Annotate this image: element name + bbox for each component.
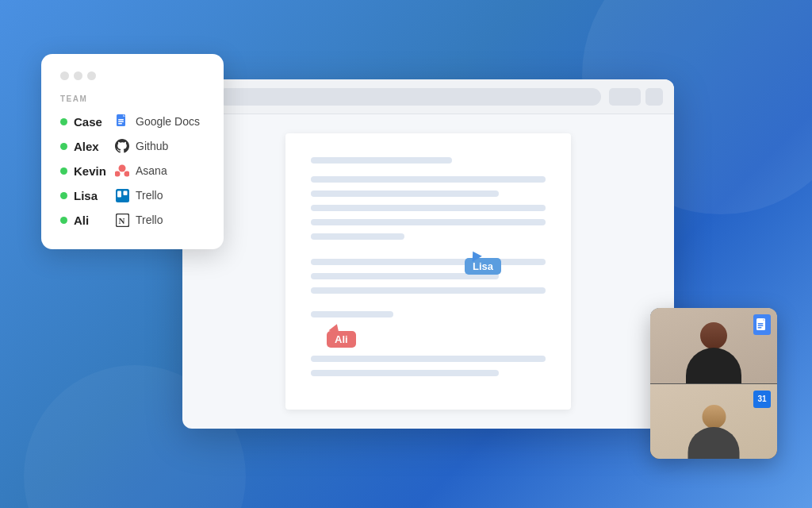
- doc-line: [311, 233, 404, 240]
- cursor-label-ali: Ali: [327, 331, 356, 348]
- doc-line: [311, 259, 546, 265]
- svg-point-7: [124, 171, 130, 177]
- doc-line: [311, 311, 393, 318]
- svg-rect-2: [118, 119, 124, 121]
- member-name: Alex: [74, 140, 109, 153]
- svg-rect-9: [117, 190, 121, 197]
- app-name: Trello: [136, 214, 163, 226]
- dot-yellow: [74, 71, 82, 80]
- doc-area: Lisa Ali: [182, 114, 674, 429]
- doc-page: Lisa Ali: [285, 133, 571, 410]
- team-panel: TEAM Case Google Docs Alex: [41, 54, 224, 249]
- browser-bar: [182, 79, 674, 114]
- status-dot: [60, 167, 67, 175]
- doc-line: [311, 370, 499, 376]
- browser-btn-group: [609, 88, 663, 106]
- dot-red: [60, 71, 69, 80]
- status-dot: [60, 143, 67, 150]
- svg-point-5: [119, 165, 126, 172]
- list-item: Ali N Trello: [60, 213, 205, 227]
- member-name: Lisa: [74, 189, 109, 202]
- window-controls: [60, 71, 205, 80]
- doc-line: [311, 205, 546, 211]
- app-name: Github: [136, 140, 168, 152]
- svg-rect-19: [758, 325, 764, 326]
- svg-rect-3: [118, 121, 124, 123]
- browser-url-bar[interactable]: [217, 88, 601, 106]
- member-name: Kevin: [74, 164, 109, 178]
- svg-point-6: [115, 171, 121, 177]
- github-icon: [115, 139, 129, 153]
- video-badge-calendar: 31: [753, 391, 771, 408]
- member-name: Ali: [74, 214, 109, 227]
- doc-line: [311, 219, 546, 225]
- svg-rect-20: [758, 327, 762, 329]
- svg-rect-4: [118, 123, 122, 125]
- cursor-ali: Ali: [327, 324, 356, 348]
- doc-line: [311, 190, 499, 197]
- list-item: Alex Github: [60, 139, 205, 153]
- list-item: Lisa Trello: [60, 188, 205, 202]
- doc-line: [311, 287, 546, 294]
- video-bottom: 31: [650, 384, 777, 460]
- team-label: TEAM: [60, 94, 205, 103]
- team-list: Case Google Docs Alex Github: [60, 114, 205, 227]
- status-dot: [60, 192, 67, 199]
- app-name: Google Docs: [136, 115, 200, 128]
- trello-icon: [115, 188, 129, 202]
- list-item: Case Google Docs: [60, 114, 205, 129]
- gdocs-icon: [115, 114, 129, 129]
- doc-line: [311, 176, 546, 183]
- doc-line: [311, 356, 546, 362]
- cursor-label-lisa: Lisa: [465, 258, 501, 275]
- browser-button[interactable]: [609, 88, 641, 106]
- notion-icon: N: [115, 213, 129, 227]
- status-dot: [60, 217, 67, 224]
- doc-line: [311, 157, 452, 164]
- svg-rect-18: [758, 323, 764, 325]
- svg-rect-10: [123, 190, 127, 195]
- dot-green: [87, 71, 96, 80]
- asana-icon: [115, 164, 129, 178]
- status-dot: [60, 118, 67, 125]
- cursor-lisa: Lisa: [465, 251, 501, 275]
- video-badge-docs: [753, 314, 771, 335]
- app-name: Asana: [136, 164, 167, 177]
- svg-text:N: N: [118, 216, 124, 225]
- video-panel: 31: [650, 308, 777, 459]
- list-item: Kevin Asana: [60, 164, 205, 178]
- browser-button-sm[interactable]: [645, 88, 663, 106]
- browser-window: Lisa Ali: [182, 79, 674, 429]
- video-top: [650, 308, 777, 384]
- member-name: Case: [74, 115, 109, 129]
- app-name: Trello: [136, 189, 163, 202]
